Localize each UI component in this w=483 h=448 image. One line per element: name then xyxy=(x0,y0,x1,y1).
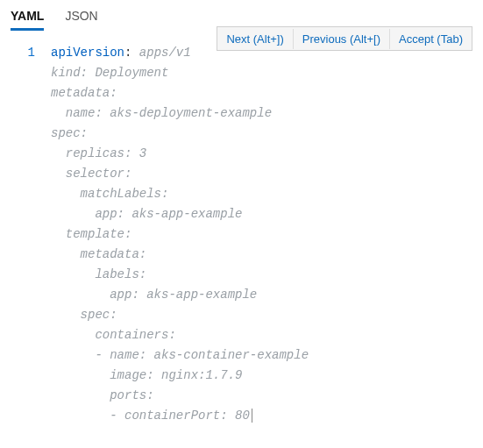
code-line-13: app: aks-app-example xyxy=(51,288,257,302)
code-editor[interactable]: 1 apiVersion: apps/v1 kind: Deployment m… xyxy=(0,31,483,426)
code-line-15: containers: xyxy=(51,328,176,342)
code-key-apiVersion: apiVersion xyxy=(51,46,124,60)
code-colon: : xyxy=(124,46,139,60)
code-line-10: template: xyxy=(51,227,131,241)
code-line-16: - name: aks-container-example xyxy=(51,348,309,362)
code-line-3: metadata: xyxy=(51,86,117,100)
line-number-1: 1 xyxy=(0,43,35,63)
code-line-6: replicas: 3 xyxy=(51,146,146,160)
code-line-14: spec: xyxy=(51,308,117,322)
code-line-8: matchLabels: xyxy=(51,187,168,201)
code-line-17: image: nginx:1.7.9 xyxy=(51,368,242,382)
code-line-11: metadata: xyxy=(51,247,146,261)
code-val-apiVersion: apps/v1 xyxy=(139,46,191,60)
tab-json[interactable]: JSON xyxy=(65,5,97,31)
line-number-gutter: 1 xyxy=(0,43,51,426)
code-line-4: name: aks-deployment-example xyxy=(51,106,272,120)
cursor-indicator xyxy=(252,409,252,423)
tab-yaml[interactable]: YAML xyxy=(11,5,44,31)
code-content[interactable]: apiVersion: apps/v1 kind: Deployment met… xyxy=(51,43,309,426)
code-line-5: spec: xyxy=(51,126,88,140)
code-line-19: - containerPort: 80 xyxy=(51,409,250,423)
code-line-18: ports: xyxy=(51,388,154,402)
code-line-7: selector: xyxy=(51,167,131,181)
code-line-2: kind: Deployment xyxy=(51,66,168,80)
code-line-12: labels: xyxy=(51,267,146,281)
code-line-9: app: aks-app-example xyxy=(51,207,242,221)
